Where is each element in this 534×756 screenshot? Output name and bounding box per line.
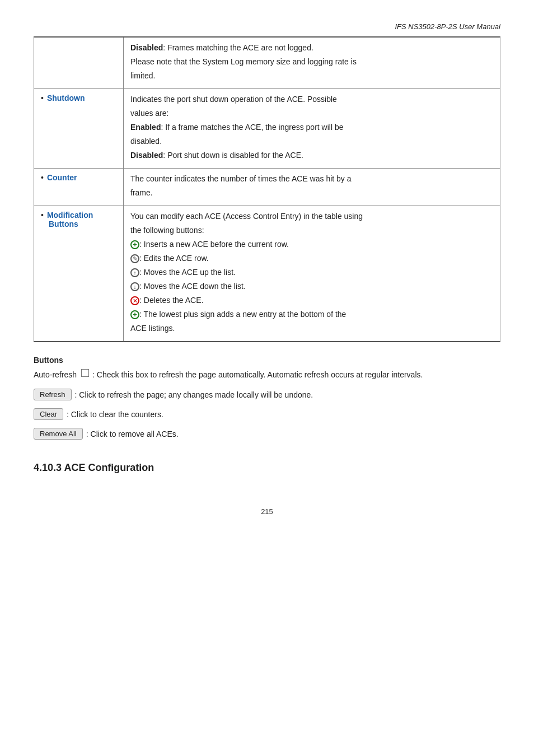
refresh-button[interactable]: Refresh	[34, 389, 72, 400]
left-cell-empty	[34, 37, 124, 89]
pencil-icon: ✎	[130, 254, 139, 263]
down-arrow-icon: ↓	[130, 282, 139, 291]
clear-row: Clear : Click to clear the counters.	[34, 408, 500, 420]
auto-refresh-desc: : Check this box to refresh the page aut…	[92, 369, 423, 381]
ace-config-heading: 4.10.3 ACE Configuration	[34, 462, 500, 474]
right-cell-counter: The counter indicates the number of time…	[124, 169, 500, 206]
plus-icon: +	[130, 240, 139, 249]
buttons-heading: Buttons	[34, 356, 500, 365]
plus-bottom-icon: +	[130, 310, 139, 319]
clear-button[interactable]: Clear	[34, 408, 63, 420]
table-row-shutdown: • Shutdown Indicates the port shut down …	[34, 89, 500, 169]
up-arrow-icon: ↑	[130, 268, 139, 277]
table-row: Disabled: Frames matching the ACE are no…	[34, 37, 500, 89]
left-cell-modification: • Modification Buttons	[34, 206, 124, 342]
main-table: Disabled: Frames matching the ACE are no…	[34, 36, 500, 342]
header-right: IFS NS3502-8P-2S User Manual	[34, 22, 500, 31]
left-cell-shutdown: • Shutdown	[34, 89, 124, 169]
auto-refresh-checkbox[interactable]	[81, 369, 89, 377]
left-cell-counter: • Counter	[34, 169, 124, 206]
auto-refresh-label: Auto-refresh	[34, 369, 77, 381]
remove-all-row: Remove All : Click to remove all ACEs.	[34, 428, 500, 440]
table-row-counter: • Counter The counter indicates the numb…	[34, 169, 500, 206]
page-number: 215	[34, 507, 500, 516]
right-cell-disabled: Disabled: Frames matching the ACE are no…	[124, 37, 500, 89]
table-row-modification: • Modification Buttons You can modify ea…	[34, 206, 500, 342]
refresh-desc: : Click to refresh the page; any changes…	[75, 390, 313, 399]
remove-all-button[interactable]: Remove All	[34, 428, 83, 440]
refresh-row: Refresh : Click to refresh the page; any…	[34, 389, 500, 400]
right-cell-modification: You can modify each ACE (Access Control …	[124, 206, 500, 342]
auto-refresh-row: Auto-refresh : Check this box to refresh…	[34, 369, 500, 381]
right-cell-shutdown: Indicates the port shut down operation o…	[124, 89, 500, 169]
buttons-section: Buttons Auto-refresh : Check this box to…	[34, 356, 500, 440]
delete-icon: ✕	[130, 296, 139, 305]
remove-all-desc: : Click to remove all ACEs.	[86, 430, 179, 438]
clear-desc: : Click to clear the counters.	[67, 410, 163, 419]
